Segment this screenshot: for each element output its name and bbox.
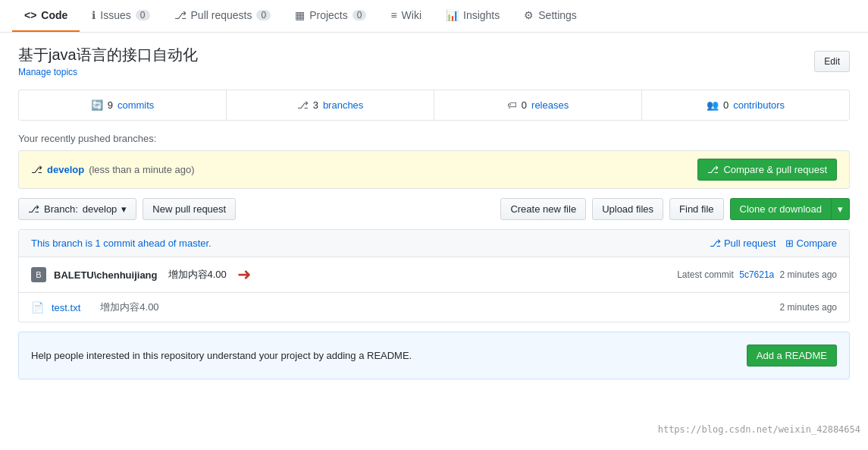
commits-link[interactable]: commits (118, 99, 154, 111)
readme-text: Help people interested in this repositor… (31, 350, 412, 361)
manage-topics-link[interactable]: Manage topics (18, 67, 77, 77)
branch-label: Branch: (44, 203, 78, 215)
readme-banner: Help people interested in this repositor… (18, 332, 850, 379)
commit-header: This branch is 1 commit ahead of master.… (19, 230, 849, 257)
settings-icon: ⚙ (524, 9, 534, 21)
tab-pull-requests[interactable]: ⎇ Pull requests 0 (162, 0, 284, 32)
arrow-indicator: ➜ (237, 265, 251, 285)
compare-icon: ⎇ (707, 164, 719, 175)
compare-icon2: ⊞ (785, 238, 794, 249)
issues-icon: ℹ (92, 9, 96, 21)
commits-count: 9 (108, 99, 113, 111)
repo-header: 基于java语言的接口自动化 Manage topics Edit (0, 33, 868, 90)
branch-selector[interactable]: ⎇ Branch: develop ▾ (18, 198, 136, 220)
branch-icon: ⎇ (28, 203, 39, 215)
new-pull-request-button[interactable]: New pull request (143, 198, 236, 220)
stats-bar: 🔄 9 commits ⎇ 3 branches 🏷 0 releases 👥 … (18, 90, 850, 121)
edit-button[interactable]: Edit (814, 51, 850, 72)
action-bar-right: Create new file Upload files Find file C… (500, 198, 850, 220)
wiki-icon: ≡ (390, 9, 396, 21)
file-icon: 📄 (31, 301, 44, 313)
commit-row-right: Latest commit 5c7621a 2 minutes ago (677, 269, 837, 280)
commit-user: BALETU\chenhuijiang (54, 269, 158, 281)
commit-row-left: B BALETU\chenhuijiang 增加内容4.00 ➜ (31, 265, 677, 285)
tab-wiki[interactable]: ≡ Wiki (378, 0, 434, 32)
latest-commit-label: Latest commit (677, 269, 734, 280)
branch-alert-left: ⎇ develop (less than a minute ago) (31, 164, 195, 175)
compare-pull-request-button[interactable]: ⎇ Compare & pull request (697, 159, 837, 181)
branches-count: 3 (313, 99, 318, 111)
pull-request-icon: ⎇ (710, 238, 721, 249)
stat-branches[interactable]: ⎇ 3 branches (227, 90, 434, 120)
contributors-count: 0 (723, 99, 729, 111)
clone-dropdown-button[interactable]: ▾ (831, 198, 850, 220)
releases-link[interactable]: releases (531, 99, 569, 111)
compare-link[interactable]: ⊞ Compare (785, 238, 837, 249)
tab-projects-label: Projects (309, 9, 348, 21)
tab-insights[interactable]: 📊 Insights (434, 0, 512, 32)
insights-icon: 📊 (446, 9, 459, 21)
projects-icon: ▦ (295, 9, 305, 21)
pull-request-link[interactable]: ⎇ Pull request (710, 238, 776, 249)
upload-files-button[interactable]: Upload files (592, 198, 663, 220)
contributors-link[interactable]: contributors (733, 99, 785, 111)
commit-time: 2 minutes ago (780, 269, 837, 280)
tab-pr-label: Pull requests (191, 9, 252, 21)
commits-icon: 🔄 (91, 99, 103, 111)
projects-badge: 0 (353, 10, 367, 20)
clone-main-button[interactable]: Clone or download (730, 198, 831, 220)
commit-message: 增加内容4.00 (168, 268, 227, 282)
branch-alert-time: (less than a minute ago) (89, 164, 194, 175)
commit-header-text: This branch is 1 commit ahead of master. (31, 238, 212, 249)
file-commit-msg: 增加内容4.00 (100, 301, 158, 314)
repo-title: 基于java语言的接口自动化 (18, 45, 198, 65)
code-icon: <> (24, 9, 36, 21)
branches-link[interactable]: branches (323, 99, 363, 111)
issues-badge: 0 (136, 10, 150, 20)
compare-btn-label: Compare & pull request (723, 164, 827, 175)
stat-commits[interactable]: 🔄 9 commits (19, 90, 227, 120)
tab-code[interactable]: <> Code (12, 0, 80, 32)
avatar: B (31, 267, 46, 282)
branch-value: develop (83, 203, 118, 215)
find-file-button[interactable]: Find file (669, 198, 724, 220)
create-new-file-button[interactable]: Create new file (500, 198, 586, 220)
tab-issues-label: Issues (100, 9, 130, 21)
contributors-icon: 👥 (707, 99, 719, 111)
pull-request-label: Pull request (724, 238, 776, 249)
file-row-0: 📄 test.txt 增加内容4.00 2 minutes ago (19, 293, 849, 322)
branches-icon: ⎇ (297, 99, 309, 111)
branch-alert: ⎇ develop (less than a minute ago) ⎇ Com… (18, 150, 850, 189)
compare-label: Compare (797, 238, 837, 249)
clone-download-button: Clone or download ▾ (730, 198, 850, 220)
tab-projects[interactable]: ▦ Projects 0 (283, 0, 378, 32)
file-browser: This branch is 1 commit ahead of master.… (18, 229, 850, 323)
tab-wiki-label: Wiki (402, 9, 421, 21)
file-row-left: 📄 test.txt 增加内容4.00 (31, 301, 780, 314)
releases-count: 0 (522, 99, 527, 111)
recently-pushed-section: Your recently pushed branches: ⎇ develop… (18, 133, 850, 189)
stat-releases[interactable]: 🏷 0 releases (434, 90, 642, 120)
pr-badge: 0 (256, 10, 271, 20)
commit-header-right: ⎇ Pull request ⊞ Compare (710, 238, 837, 249)
action-bar-left: ⎇ Branch: develop ▾ New pull request (18, 198, 236, 220)
tab-code-label: Code (41, 9, 67, 21)
action-bar: ⎇ Branch: develop ▾ New pull request Cre… (18, 198, 850, 220)
recently-pushed-text: Your recently pushed branches: (18, 133, 850, 144)
tab-settings-label: Settings (538, 9, 577, 21)
tab-issues[interactable]: ℹ Issues 0 (80, 0, 161, 32)
tab-insights-label: Insights (463, 9, 500, 21)
tab-bar: <> Code ℹ Issues 0 ⎇ Pull requests 0 ▦ P… (0, 0, 868, 33)
branch-alert-icon: ⎇ (31, 164, 42, 175)
branch-alert-name[interactable]: develop (47, 164, 84, 175)
tab-settings[interactable]: ⚙ Settings (512, 0, 589, 32)
add-readme-button[interactable]: Add a README (747, 345, 837, 367)
latest-commit-row: B BALETU\chenhuijiang 增加内容4.00 ➜ Latest … (19, 257, 849, 293)
branch-dropdown-icon: ▾ (121, 203, 127, 215)
repo-header-left: 基于java语言的接口自动化 Manage topics (18, 45, 198, 77)
commit-hash-link[interactable]: 5c7621a (739, 269, 774, 280)
file-name-link[interactable]: test.txt (52, 302, 80, 313)
stat-contributors[interactable]: 👥 0 contributors (642, 90, 849, 120)
file-row-right: 2 minutes ago (780, 302, 837, 313)
commit-header-left: This branch is 1 commit ahead of master. (31, 238, 212, 249)
